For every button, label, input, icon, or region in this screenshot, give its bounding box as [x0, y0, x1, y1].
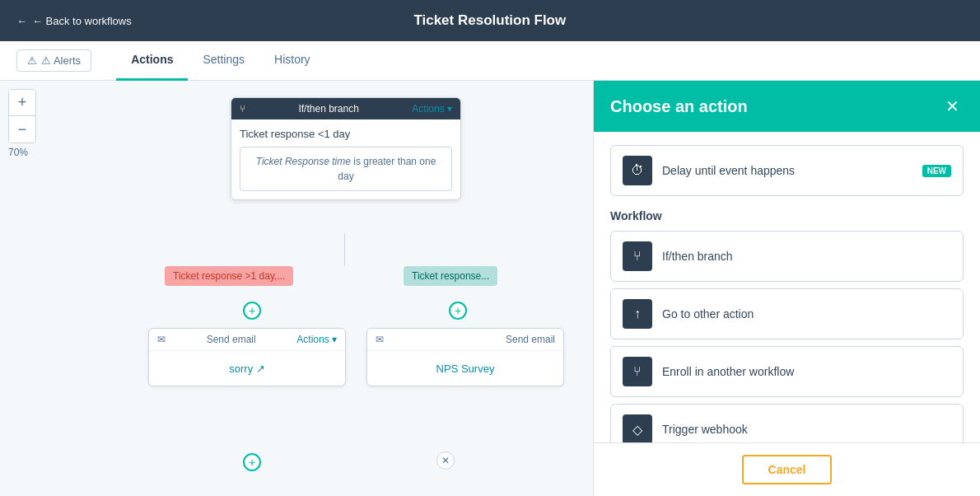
send-email-body-right: NPS Survey — [367, 351, 563, 386]
send-email-card-right: ✉ Send email NPS Survey — [366, 328, 564, 386]
panel-close-button[interactable]: ✕ — [940, 95, 964, 118]
alerts-label: ⚠ Alerts — [41, 54, 81, 67]
side-panel: Choose an action ✕ ⏱ Delay until event h… — [593, 81, 980, 496]
webhook-action-label: Trigger webhook — [662, 423, 748, 436]
plus-button-right[interactable]: + — [449, 302, 467, 320]
alert-icon: ⚠ — [27, 54, 37, 67]
new-badge: NEW — [922, 165, 951, 177]
go-to-action-label: Go to other action — [662, 307, 754, 321]
enroll-action-label: Enroll in another workflow — [662, 365, 794, 378]
enroll-action-icon: ⑂ — [623, 357, 652, 386]
tab-settings[interactable]: Settings — [188, 41, 259, 81]
nps-link[interactable]: NPS Survey — [436, 363, 495, 375]
plus-button-below-left[interactable]: + — [243, 453, 261, 471]
action-item-webhook[interactable]: ◇ Trigger webhook — [610, 404, 964, 442]
app-container: ← ← Back to workflows Ticket Resolution … — [0, 0, 980, 496]
action-item-if-then[interactable]: ⑂ If/then branch — [610, 231, 964, 282]
if-then-body: Ticket response <1 day Ticket Response t… — [231, 119, 460, 199]
zoom-out-button[interactable]: − — [9, 116, 35, 143]
tabs: Actions Settings History — [116, 41, 325, 81]
workflow-section-title: Workflow — [610, 209, 964, 222]
if-then-action-icon: ⑂ — [623, 241, 652, 271]
close-card-button[interactable]: ✕ — [436, 452, 455, 470]
back-label: ← Back to workflows — [32, 15, 132, 27]
delay-label: Delay until event happens — [662, 164, 795, 177]
cancel-button[interactable]: Cancel — [742, 455, 833, 484]
if-then-title: If/then branch — [298, 103, 358, 115]
email-icon-left: ✉ — [157, 334, 166, 345]
zoom-controls: + − — [8, 89, 36, 143]
if-then-actions-link[interactable]: Actions ▾ — [412, 103, 452, 115]
if-then-header: ⑂ If/then branch Actions ▾ — [231, 98, 460, 119]
branch-teal-label: Ticket response... — [404, 266, 497, 286]
action-item-go-to[interactable]: ↑ Go to other action — [610, 288, 964, 339]
topbar: ← ← Back to workflows Ticket Resolution … — [0, 0, 980, 41]
zoom-in-button[interactable]: + — [9, 90, 35, 116]
workflow-canvas[interactable]: + − 70% ⑂ If/then branch Actions ▾ Ticke… — [0, 81, 593, 496]
tab-actions[interactable]: Actions — [116, 41, 188, 81]
alerts-button[interactable]: ⚠ ⚠ Alerts — [16, 49, 91, 72]
action-item-delay[interactable]: ⏱ Delay until event happens NEW — [610, 145, 964, 196]
send-email-header-right: ✉ Send email — [367, 329, 563, 351]
back-button[interactable]: ← ← Back to workflows — [16, 15, 132, 27]
send-email-card-left: ✉ Send email Actions ▾ sorry ↗ — [148, 328, 346, 386]
if-then-sublabel: Ticket response <1 day — [240, 128, 452, 140]
tab-history[interactable]: History — [259, 41, 325, 81]
plus-button-left[interactable]: + — [243, 302, 261, 320]
panel-footer: Cancel — [594, 442, 980, 496]
if-then-icon: ⑂ — [240, 103, 245, 115]
panel-body: ⏱ Delay until event happens NEW Workflow… — [594, 132, 980, 442]
panel-header: Choose an action ✕ — [594, 81, 980, 132]
send-email-header-left: ✉ Send email Actions ▾ — [149, 329, 345, 351]
if-then-action-label: If/then branch — [662, 250, 733, 263]
branch-red-label: Ticket response >1 day,... — [165, 266, 293, 286]
send-email-label-left: Send email — [207, 334, 256, 345]
main-area: + − 70% ⑂ If/then branch Actions ▾ Ticke… — [0, 81, 980, 496]
page-title: Ticket Resolution Flow — [132, 12, 848, 29]
panel-title: Choose an action — [610, 97, 748, 116]
send-email-actions-link-left[interactable]: Actions ▾ — [296, 334, 337, 345]
if-then-card: ⑂ If/then branch Actions ▾ Ticket respon… — [231, 97, 461, 200]
send-email-body-left: sorry ↗ — [149, 351, 345, 386]
webhook-action-icon: ◇ — [623, 414, 652, 442]
back-arrow-icon: ← — [16, 15, 27, 27]
email-icon-right: ✉ — [376, 334, 384, 345]
send-email-label-right: Send email — [506, 334, 555, 345]
branch-connector — [344, 233, 345, 266]
condition-box: Ticket Response time is greater than one… — [240, 147, 452, 191]
action-item-enroll[interactable]: ⑂ Enroll in another workflow — [610, 346, 964, 397]
delay-icon: ⏱ — [623, 156, 652, 185]
sorry-link[interactable]: sorry ↗ — [229, 363, 265, 375]
zoom-label: 70% — [8, 147, 28, 158]
tabbar: ⚠ ⚠ Alerts Actions Settings History — [0, 41, 980, 81]
go-to-action-icon: ↑ — [623, 299, 652, 329]
